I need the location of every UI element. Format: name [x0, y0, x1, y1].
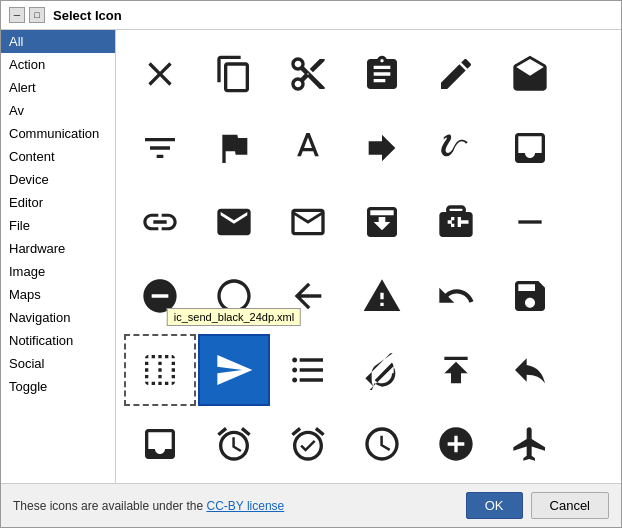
icon-cell-reply[interactable]	[494, 334, 566, 406]
icon-cell-add-circle[interactable]	[420, 408, 492, 480]
flight-icon	[510, 424, 550, 464]
sidebar-item-file[interactable]: File	[1, 214, 115, 237]
bottom-bar: These icons are available under the CC-B…	[1, 483, 621, 527]
icon-cell-filter-list[interactable]	[124, 112, 196, 184]
drafts-icon	[510, 54, 550, 94]
icon-cell-content-copy[interactable]	[198, 38, 270, 110]
sidebar-item-notification[interactable]: Notification	[1, 329, 115, 352]
maximize-button[interactable]: □	[29, 7, 45, 23]
license-prefix: These icons are available under the	[13, 499, 203, 513]
icon-cell-send[interactable]: ic_send_black_24dp.xml	[198, 334, 270, 406]
icon-cell-inbox2[interactable]	[124, 408, 196, 480]
title-bar-buttons: ─ □	[9, 7, 45, 23]
icon-cell-close[interactable]	[124, 38, 196, 110]
sidebar-item-editor[interactable]: Editor	[1, 191, 115, 214]
content-copy-icon	[214, 54, 254, 94]
sidebar-item-navigation[interactable]: Navigation	[1, 306, 115, 329]
sidebar-item-communication[interactable]: Communication	[1, 122, 115, 145]
icon-cell-format-color-text[interactable]	[272, 112, 344, 184]
report-problem-icon	[362, 276, 402, 316]
icon-cell-battery-60[interactable]	[346, 482, 418, 483]
icon-cell-mail[interactable]	[198, 186, 270, 258]
flag-icon	[214, 128, 254, 168]
minimize-button[interactable]: ─	[9, 7, 25, 23]
arrow-back-icon	[288, 276, 328, 316]
icon-cell-format-color-reset[interactable]	[346, 334, 418, 406]
icon-cell-gesture[interactable]	[420, 112, 492, 184]
remove-icon	[510, 202, 550, 242]
icon-cell-mail-outline[interactable]	[272, 186, 344, 258]
work-icon	[436, 202, 476, 242]
remove-circle-icon	[140, 276, 180, 316]
icon-cell-battery-std[interactable]	[494, 482, 566, 483]
mail-icon	[214, 202, 254, 242]
format-color-reset-icon	[362, 350, 402, 390]
filter-list-icon	[140, 128, 180, 168]
icon-cell-battery-30[interactable]	[272, 482, 344, 483]
icon-cell-work[interactable]	[420, 186, 492, 258]
sidebar-item-content[interactable]: Content	[1, 145, 115, 168]
sidebar-item-action[interactable]: Action	[1, 53, 115, 76]
icon-cell-battery-80[interactable]	[420, 482, 492, 483]
link-icon	[140, 202, 180, 242]
format-color-text-icon	[288, 128, 328, 168]
icon-cell-link[interactable]	[124, 186, 196, 258]
license-text: These icons are available under the CC-B…	[13, 499, 284, 513]
inbox2-icon	[140, 424, 180, 464]
sidebar-item-hardware[interactable]: Hardware	[1, 237, 115, 260]
sidebar-item-maps[interactable]: Maps	[1, 283, 115, 306]
sidebar-item-toggle[interactable]: Toggle	[1, 375, 115, 398]
icon-cell-flag[interactable]	[198, 112, 270, 184]
main-area: AllActionAlertAvCommunicationContentDevi…	[1, 30, 621, 483]
content-cut-icon	[288, 54, 328, 94]
radio-button-icon	[214, 276, 254, 316]
icon-cell-remove-circle[interactable]	[124, 260, 196, 332]
icon-cell-inbox[interactable]	[494, 112, 566, 184]
icon-cell-publish[interactable]	[420, 334, 492, 406]
select-all-icon	[140, 350, 180, 390]
icon-cell-access-time[interactable]	[346, 408, 418, 480]
undo-icon	[436, 276, 476, 316]
button-group: OK Cancel	[466, 492, 609, 519]
icon-cell-drafts[interactable]	[494, 38, 566, 110]
reply-icon	[510, 350, 550, 390]
cancel-button[interactable]: Cancel	[531, 492, 609, 519]
icon-cell-forward[interactable]	[346, 112, 418, 184]
icon-cell-flight[interactable]	[494, 408, 566, 480]
format-list-bulleted-icon	[288, 350, 328, 390]
icon-cell-radio-button[interactable]	[198, 260, 270, 332]
sidebar-item-alert[interactable]: Alert	[1, 76, 115, 99]
icon-cell-report-problem[interactable]	[346, 260, 418, 332]
create-icon	[436, 54, 476, 94]
icon-cell-alarm-on[interactable]	[272, 408, 344, 480]
icon-cell-create[interactable]	[420, 38, 492, 110]
sidebar-item-device[interactable]: Device	[1, 168, 115, 191]
ok-button[interactable]: OK	[466, 492, 523, 519]
icon-cell-remove[interactable]	[494, 186, 566, 258]
forward-icon	[362, 128, 402, 168]
icon-cell-move-to-inbox[interactable]	[346, 186, 418, 258]
icon-cell-content-cut[interactable]	[272, 38, 344, 110]
icon-cell-alarm[interactable]	[198, 408, 270, 480]
sidebar-item-av[interactable]: Av	[1, 99, 115, 122]
icon-cell-select-all[interactable]	[124, 334, 196, 406]
icon-cell-battery-20[interactable]	[198, 482, 270, 483]
icon-cell-save[interactable]	[494, 260, 566, 332]
icon-cell-flight-off[interactable]	[124, 482, 196, 483]
license-link-text: CC-BY license	[206, 499, 284, 513]
sidebar-item-all[interactable]: All	[1, 30, 115, 53]
icon-cell-undo[interactable]	[420, 260, 492, 332]
icon-cell-format-list-bulleted[interactable]	[272, 334, 344, 406]
sidebar-item-image[interactable]: Image	[1, 260, 115, 283]
mail-outline-icon	[288, 202, 328, 242]
icon-grid-container[interactable]: ic_send_black_24dp.xml	[116, 30, 621, 483]
icon-cell-assignment[interactable]	[346, 38, 418, 110]
assignment-icon	[362, 54, 402, 94]
license-link[interactable]: CC-BY license	[206, 499, 284, 513]
sidebar-item-social[interactable]: Social	[1, 352, 115, 375]
inbox-icon	[510, 128, 550, 168]
save-icon	[510, 276, 550, 316]
dialog-title: Select Icon	[53, 8, 122, 23]
icon-cell-arrow-back[interactable]	[272, 260, 344, 332]
send-icon	[214, 350, 254, 390]
